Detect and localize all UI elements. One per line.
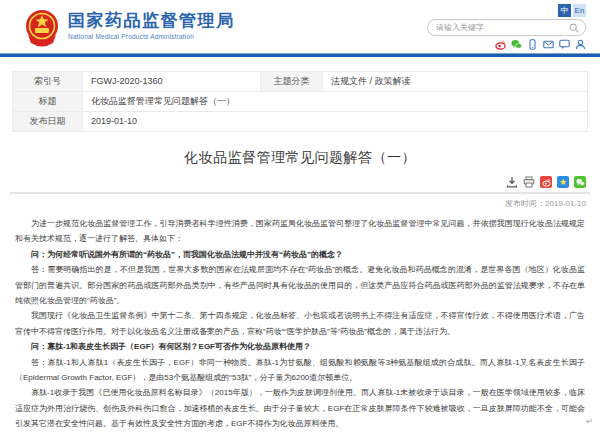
agency-name-link[interactable]: 国家药品监督管理局 National Medical Products Admi… (68, 11, 235, 40)
meta-label-category: 主题分类 (261, 72, 323, 91)
site-search (427, 19, 586, 36)
share-weibo-icon[interactable] (540, 176, 552, 188)
favorite-star-icon[interactable]: ★ (557, 176, 569, 188)
article-title: 化妆品监督管理常见问题解答（一） (0, 149, 600, 167)
mobile-icon[interactable] (527, 39, 538, 50)
search-input[interactable] (434, 22, 569, 33)
agency-name-en: National Medical Products Administration (68, 33, 235, 40)
lang-en-button[interactable]: En (573, 4, 586, 17)
article-toolbar: ★ (14, 175, 586, 189)
meta-value-index: FGWJ-2020-1360 (83, 72, 261, 91)
language-toggle: 中 En (558, 4, 586, 17)
meta-value-title: 化妆品监督管理常见问题解答（一） (83, 91, 587, 111)
download-icon[interactable] (506, 176, 518, 188)
social-links (495, 39, 586, 50)
print-icon[interactable] (523, 176, 535, 188)
document-meta-table: 索引号 FGWJ-2020-1360 主题分类 法规文件 / 政策解读 标题 化… (12, 71, 588, 132)
paragraph-question-1: 问：为何经常听说国外有所谓的“药妆品”，而我国化妆品法规中并没有“药妆品”的概念… (15, 247, 585, 262)
agency-name-cn: 国家药品监督管理局 (68, 11, 235, 31)
article-body: 为进一步规范化妆品监督管理工作，引导消费者科学理性消费，国家药监局化妆品监管司整… (0, 209, 600, 432)
user-icon[interactable] (575, 39, 586, 50)
lang-zh-button[interactable]: 中 (558, 4, 571, 17)
paragraph-mark: ↵ (586, 417, 593, 426)
meta-value-pubdate: 2019-01-10 (83, 111, 587, 131)
header-divider-line (0, 53, 600, 57)
paragraph-answer-2b: 寡肽-1收录于我国《已使用化妆品原料名称目录》（2015年版），一般作为皮肤调理… (15, 385, 585, 431)
paragraph-answer-1b: 我国现行《化妆品卫生监督条例》中第十二条、第十四条规定，化妆品标签、小包装或者说… (15, 308, 585, 339)
national-emblem-logo[interactable] (24, 7, 60, 49)
wechat-icon[interactable] (511, 39, 522, 50)
comment-icon[interactable] (559, 39, 570, 50)
publish-time: 发布时间：2019-01-10 (0, 194, 600, 209)
meta-value-category: 法规文件 / 政策解读 (323, 72, 587, 91)
weibo-icon[interactable] (495, 39, 506, 50)
paragraph-intro: 为进一步规范化妆品监督管理工作，引导消费者科学理性消费，国家药监局化妆品监管司整… (15, 216, 585, 247)
meta-label-pubdate: 发布日期 (13, 111, 83, 131)
meta-label-index: 索引号 (13, 72, 83, 91)
site-header: 国家药品监督管理局 National Medical Products Admi… (0, 0, 600, 57)
share-wechat-icon[interactable] (574, 176, 586, 188)
mail-icon[interactable] (543, 39, 554, 50)
paragraph-answer-2a: 答：寡肽-1和人寡肽1（表皮生长因子，EGF）非同一种物质。寡肽-1为甘氨酸、组… (15, 355, 585, 386)
paragraph-question-2: 问：寡肽-1和表皮生长因子（EGF）有何区别？EGF可否作为化妆品原料使用？ (15, 339, 585, 354)
search-icon[interactable] (569, 23, 579, 33)
paragraph-answer-1a: 答：需要明确指出的是，不但是我国，世界大多数的国家在法规层面均不存在“药妆品”的… (15, 262, 585, 308)
meta-label-title: 标题 (13, 91, 83, 111)
